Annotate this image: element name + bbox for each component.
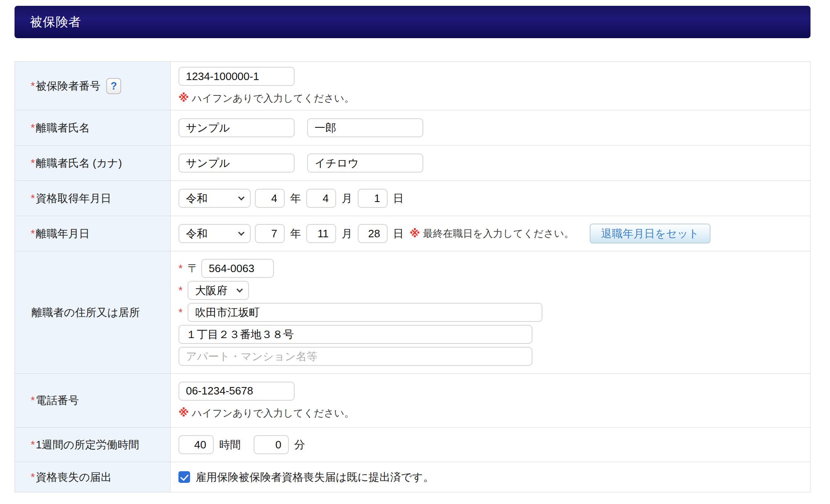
phone-label-cell: *電話番号 [15, 374, 171, 427]
leaving-month-input[interactable] [306, 224, 336, 243]
required-mark: * [178, 306, 188, 319]
acquisition-day-input[interactable] [358, 189, 388, 208]
minutes-input[interactable] [254, 435, 289, 454]
required-mark: * [31, 227, 35, 240]
postal-code-input[interactable] [201, 259, 274, 278]
name-label: 離職者氏名 [36, 121, 90, 135]
insured-number-label-cell: *被保険者番号 ? [15, 62, 171, 110]
name-content-cell [171, 110, 810, 145]
required-mark: * [31, 80, 35, 93]
acquisition-year-input[interactable] [255, 189, 285, 208]
first-name-input[interactable] [307, 118, 423, 137]
city-line: * [178, 303, 542, 322]
address-label-cell: 離職者の住所又は居所 [15, 251, 171, 373]
set-retirement-date-button[interactable]: 退職年月日をセット [590, 224, 710, 243]
row-name-kana: *離職者氏名 (カナ) [15, 146, 810, 181]
insured-number-input[interactable] [178, 67, 295, 86]
required-mark: * [31, 438, 35, 451]
leaving-day-input[interactable] [358, 224, 388, 243]
building-input[interactable] [178, 347, 532, 366]
section-title: 被保険者 [30, 14, 81, 31]
street-line [178, 325, 532, 344]
building-line [178, 347, 532, 366]
working-hours-label: 1週間の所定労働時間 [36, 438, 139, 452]
insured-number-note: ※ハイフンありで入力してください。 [178, 92, 354, 105]
row-address: 離職者の住所又は居所 * 〒 * 大阪府 [15, 251, 810, 374]
required-mark: * [178, 284, 188, 297]
name-label-cell: *離職者氏名 [15, 110, 171, 145]
hour-unit-label: 時間 [219, 438, 241, 452]
row-name: *離職者氏名 [15, 110, 810, 146]
acquisition-era-select[interactable]: 令和 [178, 189, 251, 208]
last-name-input[interactable] [178, 118, 295, 137]
leaving-era-select-wrap: 令和 [178, 224, 251, 243]
loss-notification-checkbox[interactable] [178, 471, 190, 483]
loss-notification-checkbox-label: 雇用保険被保険者資格喪失届は既に提出済です。 [195, 470, 434, 485]
row-leaving-date: *離職年月日 令和 年 月 日 ※最終在職日を入力してください。 退職年 [15, 216, 810, 251]
name-kana-label-cell: *離職者氏名 (カナ) [15, 146, 171, 180]
first-name-kana-input[interactable] [307, 153, 423, 173]
row-insured-number: *被保険者番号 ? ※ハイフンありで入力してください。 [15, 62, 810, 110]
leaving-date-label: 離職年月日 [36, 226, 90, 241]
month-unit-label: 月 [342, 226, 352, 241]
address-label: 離職者の住所又は居所 [32, 305, 140, 320]
row-loss-notification: *資格喪失の届出 雇用保険被保険者資格喪失届は既に提出済です。 [15, 462, 810, 492]
required-mark: * [31, 157, 35, 170]
row-acquisition-date: *資格取得年月日 令和 年 月 日 [15, 181, 810, 216]
insured-number-content-cell: ※ハイフンありで入力してください。 [171, 62, 810, 110]
phone-note: ※ハイフンありで入力してください。 [178, 407, 354, 420]
required-mark: * [178, 262, 188, 275]
postal-mark-icon: 〒 [188, 261, 199, 276]
note-mark-icon: ※ [410, 227, 420, 240]
phone-note-text: ハイフンありで入力してください。 [192, 407, 354, 419]
row-working-hours: *1週間の所定労働時間 時間 分 [15, 428, 810, 462]
leaving-date-content-cell: 令和 年 月 日 ※最終在職日を入力してください。 退職年月日をセット [171, 216, 810, 251]
acquisition-era-select-wrap: 令和 [178, 189, 251, 208]
year-unit-label: 年 [290, 226, 301, 241]
last-name-kana-input[interactable] [178, 153, 295, 173]
required-mark: * [31, 394, 35, 407]
street-input[interactable] [178, 325, 532, 344]
acquisition-date-label-cell: *資格取得年月日 [15, 181, 171, 216]
name-kana-content-cell [171, 146, 810, 180]
phone-input[interactable] [178, 382, 295, 401]
address-content-cell: * 〒 * 大阪府 * [171, 251, 810, 373]
required-mark: * [31, 122, 35, 134]
loss-notification-label-cell: *資格喪失の届出 [15, 462, 171, 492]
phone-label: 電話番号 [36, 393, 79, 408]
prefecture-select-wrap: 大阪府 [188, 281, 249, 300]
prefecture-line: * 大阪府 [178, 281, 249, 300]
leaving-era-select[interactable]: 令和 [178, 224, 251, 243]
note-mark-icon: ※ [178, 92, 189, 104]
insured-person-form: *被保険者番号 ? ※ハイフンありで入力してください。 *離職者氏名 [15, 61, 810, 492]
insured-number-note-text: ハイフンありで入力してください。 [192, 93, 354, 104]
leaving-date-note-text: 最終在職日を入力してください。 [423, 227, 574, 240]
insured-person-section: 被保険者 *被保険者番号 ? ※ハイフンありで入力してください。 *離職者氏名 [15, 6, 810, 492]
hours-input[interactable] [178, 435, 214, 454]
year-unit-label: 年 [290, 191, 301, 206]
working-hours-content-cell: 時間 分 [171, 428, 810, 462]
loss-notification-content-cell: 雇用保険被保険者資格喪失届は既に提出済です。 [171, 462, 810, 492]
phone-content-cell: ※ハイフンありで入力してください。 [171, 374, 810, 427]
section-header: 被保険者 [15, 6, 810, 38]
required-mark: * [31, 471, 35, 484]
working-hours-label-cell: *1週間の所定労働時間 [15, 428, 171, 462]
row-phone: *電話番号 ※ハイフンありで入力してください。 [15, 374, 810, 428]
note-mark-icon: ※ [178, 407, 189, 419]
prefecture-select[interactable]: 大阪府 [188, 281, 249, 300]
help-icon[interactable]: ? [106, 78, 121, 94]
city-input[interactable] [188, 303, 542, 322]
loss-notification-label: 資格喪失の届出 [36, 470, 112, 485]
minute-unit-label: 分 [294, 438, 305, 452]
required-mark: * [31, 192, 35, 205]
leaving-date-note: ※最終在職日を入力してください。 [410, 227, 574, 240]
acquisition-date-label: 資格取得年月日 [36, 191, 111, 206]
acquisition-month-input[interactable] [306, 189, 336, 208]
postal-code-line: * 〒 [178, 259, 274, 278]
day-unit-label: 日 [393, 226, 404, 241]
leaving-year-input[interactable] [255, 224, 285, 243]
month-unit-label: 月 [342, 191, 352, 206]
name-kana-label: 離職者氏名 (カナ) [36, 156, 122, 170]
acquisition-date-content-cell: 令和 年 月 日 [171, 181, 810, 216]
insured-number-label: 被保険者番号 [36, 79, 100, 93]
